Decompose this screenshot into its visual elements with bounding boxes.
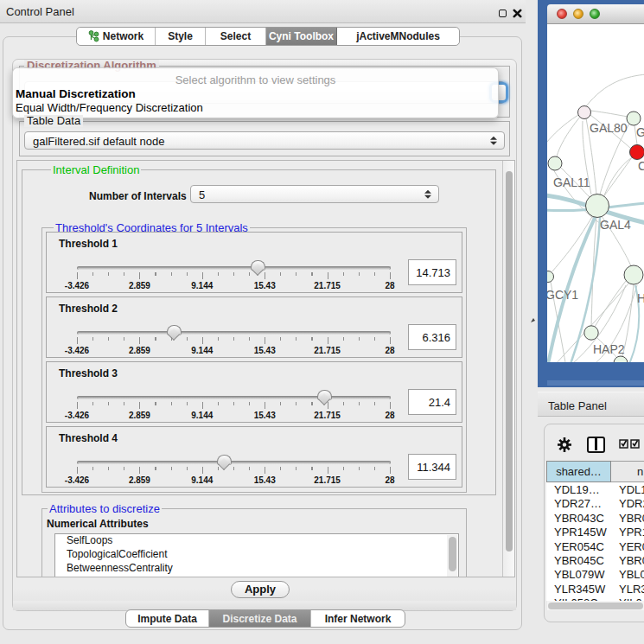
svg-text:GAL11: GAL11 (553, 175, 590, 189)
svg-text:GCY1: GCY1 (547, 288, 578, 302)
svg-text:GA: GA (636, 125, 644, 139)
svg-text:HAP2: HAP2 (593, 342, 625, 356)
svg-text:H: H (637, 291, 644, 305)
svg-text:C: C (638, 159, 644, 173)
svg-text:GAL4: GAL4 (600, 218, 631, 232)
svg-text:GAL80: GAL80 (590, 121, 628, 135)
